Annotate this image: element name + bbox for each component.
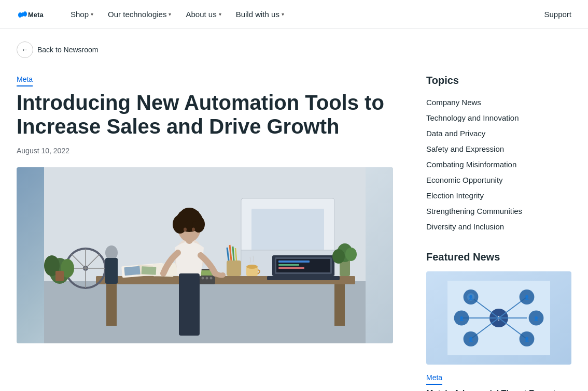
topic-data-privacy[interactable]: Data and Privacy — [426, 129, 485, 138]
list-item: Combating Misinformation — [426, 157, 571, 172]
back-to-newsroom-link[interactable]: ← Back to Newsroom — [17, 41, 571, 58]
svg-rect-52 — [179, 273, 200, 336]
content-layout: Meta Introducing New Automation Tools to… — [17, 75, 571, 391]
svg-point-29 — [202, 277, 204, 280]
svg-rect-23 — [124, 266, 140, 276]
nav-our-technologies[interactable]: Our technologies ▾ — [102, 7, 177, 22]
svg-rect-3 — [44, 281, 366, 343]
featured-card-title: Meta's Adversarial Threat Report, Fourth… — [426, 388, 571, 391]
svg-rect-14 — [278, 260, 310, 263]
svg-point-30 — [206, 277, 208, 280]
back-arrow-icon: ← — [17, 41, 33, 58]
article-title: Introducing New Automation Tools to Incr… — [17, 91, 393, 138]
svg-text:👤: 👤 — [468, 295, 474, 300]
list-item: Safety and Expression — [426, 141, 571, 157]
svg-rect-32 — [227, 260, 241, 276]
nav-build-with-us[interactable]: Build with us ▾ — [230, 7, 290, 22]
chevron-down-icon: ▾ — [91, 11, 93, 17]
svg-rect-64 — [105, 258, 118, 284]
svg-point-48 — [178, 211, 188, 223]
article-hero-image — [17, 167, 393, 343]
support-link[interactable]: Support — [544, 10, 571, 19]
svg-rect-15 — [278, 264, 299, 266]
svg-text:👤: 👤 — [459, 316, 465, 322]
topic-safety-expression[interactable]: Safety and Expression — [426, 144, 504, 153]
list-item: Company News — [426, 95, 571, 110]
list-item: Diversity and Inclusion — [426, 219, 571, 235]
list-item: Technology and Innovation — [426, 110, 571, 126]
nav-shop[interactable]: Shop ▾ — [64, 7, 100, 22]
topic-strengthening-communities[interactable]: Strengthening Communities — [426, 207, 522, 215]
svg-point-62 — [105, 245, 118, 260]
topic-diversity-inclusion[interactable]: Diversity and Inclusion — [426, 222, 504, 231]
list-item: Election Integrity — [426, 188, 571, 204]
svg-point-50 — [184, 228, 187, 231]
list-item: Economic Opportunity — [426, 172, 571, 188]
svg-rect-16 — [278, 267, 304, 269]
svg-text:👤: 👤 — [524, 337, 530, 342]
svg-rect-17 — [267, 276, 340, 280]
featured-card[interactable]: ! 👤 — [426, 271, 571, 391]
svg-point-31 — [210, 277, 213, 280]
svg-rect-5 — [251, 209, 324, 255]
nav-links: Shop ▾ Our technologies ▾ About us ▾ Bui… — [64, 7, 544, 22]
svg-point-51 — [192, 228, 195, 231]
svg-line-35 — [233, 247, 234, 260]
chevron-down-icon: ▾ — [219, 11, 221, 17]
featured-card-meta-label: Meta — [426, 373, 442, 385]
svg-point-40 — [345, 248, 357, 261]
topics-heading: Topics — [426, 75, 571, 86]
svg-text:👤: 👤 — [524, 295, 530, 300]
featured-news-heading: Featured News — [426, 251, 571, 263]
topic-election-integrity[interactable]: Election Integrity — [426, 191, 484, 200]
logo[interactable]: Meta — [17, 8, 48, 21]
featured-card-image: ! 👤 — [426, 271, 571, 365]
main-nav: Meta Shop ▾ Our technologies ▾ About us … — [0, 0, 588, 29]
article-date: August 10, 2022 — [17, 147, 393, 155]
topic-company-news[interactable]: Company News — [426, 98, 481, 107]
svg-text:👤: 👤 — [468, 337, 474, 342]
topic-list: Company News Technology and Innovation D… — [426, 95, 571, 235]
svg-point-19 — [246, 265, 258, 269]
svg-text:Meta: Meta — [28, 11, 44, 19]
svg-rect-9 — [106, 284, 117, 326]
article-meta-label: Meta — [17, 75, 33, 86]
list-item: Strengthening Communities — [426, 204, 571, 219]
topic-technology-innovation[interactable]: Technology and Innovation — [426, 113, 519, 122]
svg-text:👤: 👤 — [534, 316, 539, 322]
chevron-down-icon: ▾ — [169, 11, 171, 17]
svg-point-39 — [332, 249, 345, 264]
svg-rect-24 — [142, 266, 157, 274]
svg-rect-10 — [334, 284, 345, 326]
list-item: Data and Privacy — [426, 126, 571, 141]
chevron-down-icon: ▾ — [282, 11, 284, 17]
nav-about-us[interactable]: About us ▾ — [179, 7, 227, 22]
topic-combating-misinformation[interactable]: Combating Misinformation — [426, 160, 516, 169]
svg-point-49 — [191, 210, 200, 222]
article: Meta Introducing New Automation Tools to… — [17, 75, 393, 343]
sidebar: Topics Company News Technology and Innov… — [426, 75, 571, 391]
topic-economic-opportunity[interactable]: Economic Opportunity — [426, 176, 503, 184]
svg-rect-68 — [55, 271, 64, 281]
